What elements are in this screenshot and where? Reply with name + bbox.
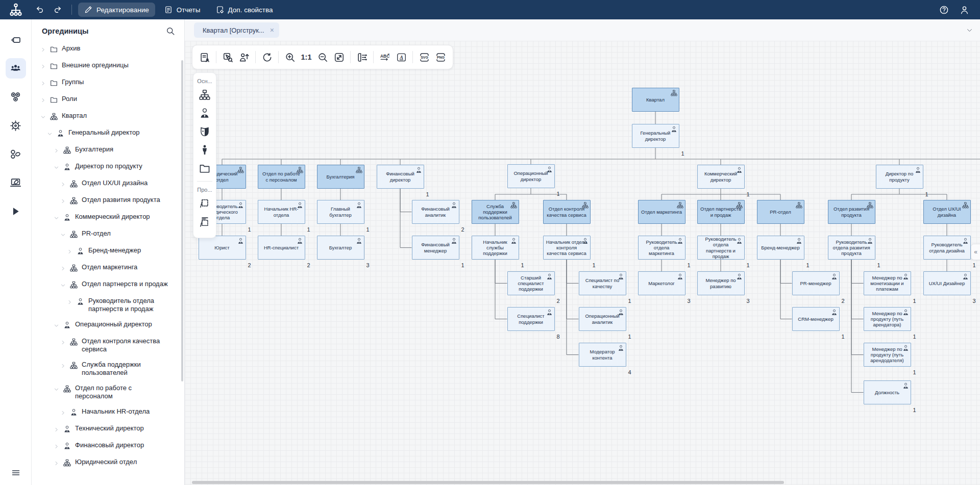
chevron-right-icon[interactable]	[65, 297, 74, 307]
tree-item[interactable]: Архив	[32, 41, 184, 58]
chevron-right-icon[interactable]	[52, 442, 60, 451]
org-node-crmman[interactable]: CRM-менеджер	[792, 307, 840, 331]
fit-screen-button[interactable]	[331, 49, 347, 65]
org-node-rukmark[interactable]: Руководитель отдела маркетинга	[638, 236, 685, 260]
org-node-razvdept[interactable]: Отдел развития продукта	[828, 200, 875, 224]
tree-item[interactable]: Генеральный директор	[32, 125, 184, 142]
zoom-in-button[interactable]	[282, 49, 298, 65]
chevron-right-icon[interactable]	[39, 62, 47, 71]
font-style-button[interactable]: A	[393, 49, 409, 65]
org-node-finmen[interactable]: Финансовый менеджер	[412, 236, 459, 260]
refresh-layout-button[interactable]	[259, 49, 275, 65]
rail-menu-button[interactable]	[0, 468, 32, 478]
export-png-button[interactable]: PNG	[432, 49, 449, 65]
select-search-button[interactable]	[219, 49, 236, 65]
chevron-right-icon[interactable]	[59, 338, 67, 347]
folder-shape[interactable]	[197, 161, 212, 176]
spell-check-button[interactable]: ABC×	[377, 49, 393, 65]
chevron-down-icon[interactable]	[39, 112, 47, 121]
org-node-uxdes[interactable]: UX/UI Дизайнер	[923, 271, 971, 295]
chevron-right-icon[interactable]	[52, 425, 60, 434]
level-up-button[interactable]	[236, 49, 252, 65]
rail-item-org-structure[interactable]	[6, 58, 26, 79]
tree-item[interactable]: Операционный директор	[32, 317, 184, 334]
tree-item[interactable]: Отдел по работе с персоналом	[32, 380, 184, 404]
org-node-dolzh[interactable]: Должность	[864, 380, 911, 404]
org-node-gendir[interactable]: Генеральный директор	[632, 124, 679, 148]
org-node-pr[interactable]: PR-отдел	[757, 200, 804, 224]
tree-item[interactable]: Начальник HR-отдела	[32, 404, 184, 421]
rail-item-management[interactable]	[6, 115, 26, 136]
org-node-marketolog[interactable]: Маркетолог	[638, 271, 685, 295]
tree-item[interactable]: Руководитель отдела партнерств и продаж	[32, 293, 184, 317]
org-node-findir[interactable]: Финансовый директор	[377, 165, 424, 189]
export-svg-button[interactable]: SVG	[416, 49, 432, 65]
org-node-finanalit[interactable]: Финансовый аналитик	[412, 200, 459, 224]
chevron-down-icon[interactable]	[52, 213, 60, 222]
org-node-specsup[interactable]: Специалист поддержки	[507, 307, 555, 331]
tree-item[interactable]: Отдел маркетинга	[32, 260, 184, 276]
rail-item-tags[interactable]	[6, 30, 26, 50]
tree-item[interactable]: Отдел развития продукта	[32, 192, 184, 209]
topbar-button-reports[interactable]: Отчеты	[158, 3, 207, 17]
user-menu-button[interactable]	[957, 2, 972, 17]
tree-item[interactable]: Отдел контроля качества сервиса	[32, 334, 184, 357]
rail-item-run[interactable]	[6, 201, 26, 221]
draft-shape-2[interactable]	[197, 214, 212, 229]
org-node-kvartal[interactable]: Квартал	[632, 88, 679, 112]
chevron-right-icon[interactable]	[59, 180, 67, 189]
chevron-right-icon[interactable]	[52, 458, 60, 468]
org-node-nachsup[interactable]: Начальник службы поддержки	[472, 236, 519, 260]
rail-item-launch[interactable]	[6, 172, 26, 193]
chevron-down-icon[interactable]	[59, 280, 67, 290]
chevron-right-icon[interactable]	[59, 264, 67, 273]
org-node-monman[interactable]: Менеджер по монетизации и платежам	[864, 271, 911, 295]
report-card-button[interactable]	[197, 49, 213, 65]
tree-item[interactable]: Группы	[32, 74, 184, 91]
tree-item[interactable]: Внешние оргединицы	[32, 58, 184, 74]
chevron-right-icon[interactable]	[39, 95, 47, 105]
topbar-button-edit[interactable]: Редактирование	[78, 3, 155, 17]
chevron-right-icon[interactable]	[39, 45, 47, 54]
tree-item[interactable]: Директор по продукту	[32, 159, 184, 175]
chevron-down-icon[interactable]	[52, 321, 60, 330]
org-node-rukrazv[interactable]: Руководитель отдела развития продукта	[828, 236, 875, 260]
org-unit-shape[interactable]	[197, 87, 212, 103]
chevron-right-icon[interactable]	[59, 196, 67, 206]
org-node-brand[interactable]: Бренд-менеджер	[757, 236, 804, 260]
search-icon[interactable]	[166, 27, 175, 36]
undo-button[interactable]	[32, 2, 47, 17]
redo-button[interactable]	[50, 2, 65, 17]
position-shape[interactable]	[197, 106, 212, 121]
org-node-uxdept[interactable]: Отдел UX/UI дизайна	[923, 200, 971, 224]
org-node-hrdept[interactable]: Отдел по работе с персоналом	[258, 165, 305, 189]
org-node-landman[interactable]: Менеджер по продукту (путь арендодателя)	[864, 343, 911, 367]
org-node-razvman[interactable]: Менеджер по развитию	[697, 271, 745, 295]
org-node-yurist[interactable]: Юрист	[199, 236, 246, 260]
tree-item[interactable]: Технический директор	[32, 421, 184, 438]
org-node-buh[interactable]: Бухгалтерия	[317, 165, 364, 189]
org-node-rukpart[interactable]: Руководитель отдела партнерств и продаж	[697, 236, 745, 260]
tree-item[interactable]: Финансовый директор	[32, 438, 184, 454]
panel-scrollbar[interactable]	[181, 60, 183, 381]
rail-item-clusters[interactable]	[6, 87, 26, 107]
chevron-right-icon[interactable]	[59, 361, 67, 370]
org-node-moder[interactable]: Модератор контента	[579, 343, 626, 367]
org-node-proddir[interactable]: Директор по продукту	[876, 165, 923, 189]
tab-kvartal[interactable]: Квартал [Оргструк... ×	[194, 22, 279, 38]
org-node-partner[interactable]: Отдел партнерств и продаж	[697, 200, 745, 224]
org-node-glavbuh[interactable]: Главный бухгалтер	[317, 200, 364, 224]
chevron-right-icon[interactable]	[59, 408, 67, 417]
org-node-hrspec[interactable]: HR-специалист	[258, 236, 305, 260]
help-button[interactable]	[936, 2, 951, 17]
chevron-down-icon[interactable]	[52, 385, 60, 394]
org-node-komdir[interactable]: Коммерческий директор	[697, 165, 745, 189]
chevron-right-icon[interactable]	[52, 146, 60, 155]
org-node-specqc[interactable]: Специалист по качеству	[579, 271, 626, 295]
rail-item-processes[interactable]	[6, 144, 26, 164]
org-node-buhgalter[interactable]: Бухгалтер	[317, 236, 364, 260]
tree-item[interactable]: Служба поддержки пользователей	[32, 357, 184, 380]
tree-item[interactable]: Коммерческий директор	[32, 209, 184, 226]
tab-close-icon[interactable]: ×	[270, 27, 274, 34]
tree-item[interactable]: Роли	[32, 91, 184, 108]
